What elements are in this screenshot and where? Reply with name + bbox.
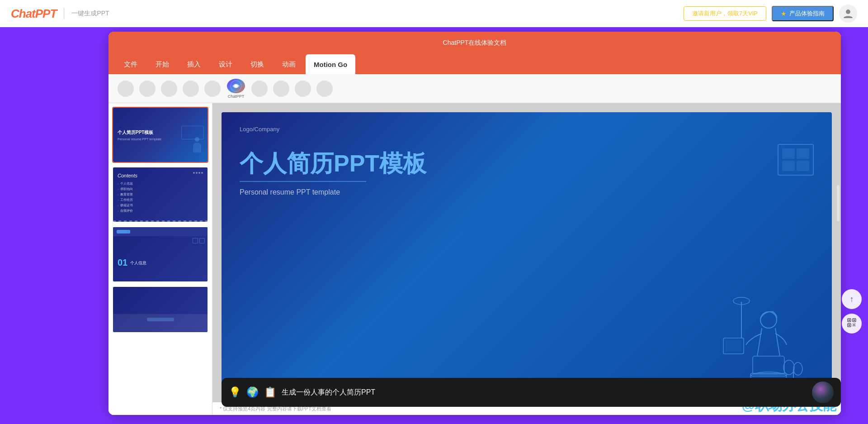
slide-2-item-6: 自我评价 [118, 209, 203, 213]
toolbar-btn-8[interactable] [295, 81, 311, 97]
slide-canvas: Logo/Company 个人简历PPT模板 Personal resume P… [212, 103, 841, 415]
slide-3-num: 01 [118, 257, 127, 268]
toolbar-btn-3[interactable] [161, 81, 177, 97]
ppt-titlebar: ChatPPT在线体验文档 [108, 32, 841, 54]
up-icon: ↑ [850, 295, 854, 304]
slide-thumb-4[interactable] [112, 286, 208, 333]
svg-point-0 [846, 10, 850, 14]
slide-2-title: Contents [118, 173, 203, 178]
svg-rect-23 [854, 325, 855, 326]
svg-rect-19 [849, 324, 850, 326]
toolbar-btn-5[interactable] [204, 81, 221, 97]
ppt-scrollbar[interactable] [837, 185, 840, 221]
toast-emoji-1: 💡 [229, 386, 241, 398]
slide-3-preview: 01 个人信息 [113, 227, 208, 281]
svg-rect-6 [753, 356, 784, 374]
scroll-up-button[interactable]: ↑ [842, 289, 862, 309]
slide-4-bar [147, 318, 174, 321]
chatppt-icon-label: ChatPPT [228, 94, 245, 99]
svg-rect-20 [853, 324, 854, 324]
toolbar-btn-1[interactable] [118, 81, 134, 97]
slide-4-footer [113, 314, 208, 332]
slide-2-item-5: 获福证书 [118, 203, 203, 208]
slide-thumb-2[interactable]: Contents 个人信息 求职动向 教育背景 工作经历 获福证书 自我评价 [112, 167, 208, 223]
toolbar-btn-4[interactable] [183, 81, 199, 97]
slide-logo-text: Logo/Company [240, 126, 814, 133]
toast-text: 生成一份人事的个人简历PPT [282, 388, 807, 397]
app-header: ChatPPT 一键生成PPT 邀请新用户，领取7天VIP ★ 产品体验指南 [0, 0, 868, 27]
slide-2-item-3: 教育背景 [118, 192, 203, 197]
illus-pane-4 [797, 161, 809, 171]
menu-design[interactable]: 设计 [211, 54, 241, 74]
guide-button[interactable]: ★ 产品体验指南 [772, 6, 834, 21]
illus-pane-3 [782, 161, 795, 171]
slide-illustration [669, 135, 814, 397]
chatppt-toolbar-icon[interactable]: ChatPPT [226, 79, 246, 99]
menu-animation[interactable]: 动画 [274, 54, 304, 74]
slide-3-icons [193, 238, 205, 243]
avatar[interactable] [839, 5, 857, 23]
invite-button[interactable]: 邀请新用户，领取7天VIP [684, 6, 766, 21]
illus-window [778, 144, 814, 176]
toolbar-btn-2[interactable] [139, 81, 156, 97]
ppt-workspace: 个人简历PPT模板 Personal resume PPT template C… [108, 103, 841, 415]
toolbar-btn-7[interactable] [273, 81, 289, 97]
slide-2-item-1: 个人信息 [118, 181, 203, 186]
svg-point-2 [234, 84, 238, 88]
slide-1-preview: 个人简历PPT模板 Personal resume PPT template [113, 108, 208, 162]
slide-2-preview: Contents 个人信息 求职动向 教育背景 工作经历 获福证书 自我评价 [113, 167, 208, 222]
slide-thumb-3[interactable]: 01 个人信息 [112, 226, 208, 282]
slide-2-item-2: 求职动向 [118, 187, 203, 191]
svg-rect-7 [750, 373, 787, 376]
svg-point-11 [793, 362, 802, 375]
menu-motion-go[interactable]: Motion Go [306, 54, 355, 74]
slide-2-item-4: 工作经历 [118, 198, 203, 202]
guide-label: 产品体验指南 [789, 10, 825, 18]
logo-chat: Chat [11, 7, 35, 20]
logo-ppt: PPT [35, 7, 57, 20]
svg-rect-22 [853, 325, 854, 326]
menu-insert[interactable]: 插入 [179, 54, 209, 74]
toast-orb[interactable] [812, 381, 834, 403]
svg-rect-24 [854, 324, 854, 325]
slide-thumb-1[interactable]: 个人简历PPT模板 Personal resume PPT template [112, 107, 208, 163]
svg-rect-17 [854, 319, 855, 321]
slide-3-bar [117, 230, 130, 233]
menu-transition[interactable]: 切换 [242, 54, 272, 74]
slide-1-illustration [190, 137, 204, 157]
guide-star-icon: ★ [781, 10, 787, 17]
ppt-app-window: ChatPPT在线体验文档 文件 开始 插入 设计 切换 动画 Motion G… [108, 32, 841, 415]
chatppt-circle [227, 79, 245, 93]
svg-point-5 [760, 312, 777, 328]
header-divider [64, 8, 64, 19]
toolbar-btn-6[interactable] [251, 81, 268, 97]
header-subtitle: 一键生成PPT [71, 10, 109, 18]
slide-title-divider [240, 181, 366, 182]
ppt-toolbar: ChatPPT [108, 74, 841, 103]
illus-pane-1 [782, 148, 795, 159]
app-logo: ChatPPT [11, 7, 57, 21]
slide-3-topbar [113, 227, 208, 236]
slide-2-border [113, 220, 208, 222]
toolbar-btn-9[interactable] [316, 81, 333, 97]
menu-start[interactable]: 开始 [147, 54, 177, 74]
illus-person-figure [714, 293, 805, 392]
main-slide-preview: Logo/Company 个人简历PPT模板 Personal resume P… [222, 112, 832, 406]
svg-point-10 [783, 360, 794, 375]
ppt-document-title: ChatPPT在线体验文档 [443, 39, 507, 47]
illus-window-grid [778, 145, 813, 175]
qr-icon [847, 318, 856, 329]
qr-code-button[interactable] [842, 314, 862, 333]
svg-rect-15 [849, 319, 850, 321]
slide-2-dots [193, 172, 203, 174]
illus-pane-2 [797, 148, 809, 159]
right-action-buttons: ↑ [842, 289, 862, 333]
menu-file[interactable]: 文件 [116, 54, 146, 74]
header-right: 邀请新用户，领取7天VIP ★ 产品体验指南 [684, 5, 857, 23]
toast-emoji-3: 📋 [264, 386, 276, 398]
slide-1-deco [181, 126, 204, 139]
svg-rect-21 [854, 324, 855, 324]
slide-panel: 个人简历PPT模板 Personal resume PPT template C… [108, 103, 212, 415]
toast-bar: 💡 🌍 📋 生成一份人事的个人简历PPT [222, 378, 841, 407]
ppt-menubar: 文件 开始 插入 设计 切换 动画 Motion Go [108, 54, 841, 74]
